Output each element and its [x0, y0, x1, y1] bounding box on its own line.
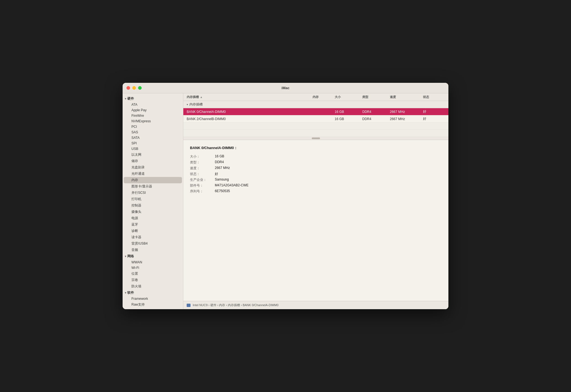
th-size[interactable]: 大小	[335, 95, 362, 99]
minimize-button[interactable]	[132, 86, 136, 90]
cell-size-0: 16 GB	[335, 110, 362, 114]
sidebar-item-audio[interactable]: 音频	[124, 247, 182, 253]
detail-value-manufacturer: Samsung	[215, 178, 442, 182]
content-area: ▾ 硬件 ATA Apple Pay FireWire NVMExpress P…	[123, 93, 448, 309]
computer-icon	[187, 304, 191, 307]
sidebar-item-framework[interactable]: Framework	[124, 296, 182, 301]
detail-label-partnum: 部件号：	[190, 183, 215, 188]
table-row-0[interactable]: BANK 0/ChannelA-DIMM0 16 GB DDR4 2667 MH…	[183, 108, 448, 115]
sidebar-item-applepay[interactable]: Apple Pay	[124, 107, 182, 113]
sidebar-section-software[interactable]: ▾ 软件	[123, 290, 183, 296]
sidebar-item-firewall[interactable]: 防火墙	[124, 283, 182, 290]
detail-label-manufacturer: 生产企业：	[190, 178, 215, 182]
detail-area: BANK 0/ChannelA-DIMM0： 大小： 16 GB 类型： DDR…	[183, 140, 448, 301]
sidebar-item-optical[interactable]: 光盘刻录	[124, 164, 182, 171]
table-row-empty-2	[183, 130, 448, 137]
detail-label-size: 大小：	[190, 154, 215, 159]
sidebar-section-hardware[interactable]: ▾ 硬件	[123, 96, 183, 102]
sidebar-item-thunderbolt[interactable]: 雷雳/USB4	[124, 240, 182, 247]
sidebar-item-volumes[interactable]: 宗卷	[124, 277, 182, 283]
sort-arrow-icon: ▲	[200, 96, 203, 99]
th-slot[interactable]: 内存插槽 ▲	[187, 95, 313, 99]
chevron-down-icon: ▾	[125, 97, 126, 100]
sidebar-item-sata[interactable]: SATA	[124, 135, 182, 141]
statusbar: Intel NUC9 › 硬件 › 内存 › 内存插槽 › BANK 0/Cha…	[183, 301, 448, 309]
detail-value-partnum: M471A2G43AB2-CWE	[215, 183, 442, 188]
group-chevron-icon: ▾	[187, 103, 188, 106]
titlebar: iMac	[123, 83, 448, 93]
sidebar-item-printer[interactable]: 打印机	[124, 196, 182, 202]
sidebar-section-hardware-label: 硬件	[127, 96, 134, 101]
detail-value-serial: 6E750535	[215, 189, 442, 194]
cell-type-1: DDR4	[362, 117, 390, 121]
window-title: iMac	[282, 86, 290, 90]
sidebar-item-raw[interactable]: Raw支持	[124, 301, 182, 308]
close-button[interactable]	[126, 86, 130, 90]
cell-slot-0: BANK 0/ChannelA-DIMM0	[187, 110, 313, 114]
statusbar-breadcrumb: Intel NUC9 › 硬件 › 内存 › 内存插槽 › BANK 0/Cha…	[193, 303, 279, 307]
chevron-down-icon-software: ▾	[125, 291, 126, 294]
maximize-button[interactable]	[138, 86, 142, 90]
table-header: 内存插槽 ▲ 内存 大小 类型 速度	[183, 93, 448, 101]
cell-type-0: DDR4	[362, 110, 390, 114]
chevron-down-icon-network: ▾	[125, 255, 126, 258]
sidebar-item-nvmexpress[interactable]: NVMExpress	[124, 118, 182, 124]
detail-title: BANK 0/ChannelA-DIMM0：	[190, 145, 442, 150]
sidebar-item-wwan[interactable]: WWAN	[124, 259, 182, 265]
detail-grid: 大小： 16 GB 类型： DDR4 速度： 2667 MHz 状态： 好 生产…	[190, 154, 442, 194]
sidebar-item-wifi[interactable]: Wi-Fi	[124, 265, 182, 271]
th-speed[interactable]: 速度	[390, 95, 423, 99]
cell-size-1: 16 GB	[335, 117, 362, 121]
main-window: iMac ▾ 硬件 ATA Apple Pay FireWire NVMExpr…	[123, 83, 448, 309]
sidebar-item-location[interactable]: 位置	[124, 271, 182, 277]
sidebar-item-firewire[interactable]: FireWire	[124, 113, 182, 118]
detail-value-speed: 2667 MHz	[215, 166, 442, 171]
main-panel: 内存插槽 ▲ 内存 大小 类型 速度	[183, 93, 448, 309]
sidebar-section-software-label: 软件	[127, 290, 134, 295]
sidebar-item-pci[interactable]: PCI	[124, 124, 182, 129]
th-memory[interactable]: 内存	[313, 95, 335, 99]
sidebar-item-memory[interactable]: 内存	[124, 177, 182, 183]
th-status[interactable]: 状态	[423, 95, 445, 99]
sidebar-item-camera[interactable]: 摄像头	[124, 209, 182, 215]
detail-label-status: 状态：	[190, 172, 215, 176]
sidebar-item-usb[interactable]: USB	[124, 146, 182, 152]
scrollbar-thumb[interactable]	[312, 137, 320, 139]
sidebar-item-storage[interactable]: 储存	[124, 158, 182, 164]
sidebar-item-power[interactable]: 电源	[124, 215, 182, 221]
group-header-memory-slots[interactable]: ▾ 内存插槽	[183, 101, 448, 108]
sidebar-section-network[interactable]: ▾ 网络	[123, 253, 183, 259]
table-area: 内存插槽 ▲ 内存 大小 类型 速度	[183, 93, 448, 140]
detail-value-type: DDR4	[215, 160, 442, 165]
sidebar-section-network-label: 网络	[127, 254, 134, 259]
detail-value-status: 好	[215, 172, 442, 176]
sidebar-item-parallel-scsi[interactable]: 并行SCSI	[124, 190, 182, 196]
scrollbar-track[interactable]	[183, 137, 448, 140]
detail-label-serial: 序列号：	[190, 189, 215, 194]
sidebar-item-spi[interactable]: SPI	[124, 141, 182, 146]
cell-status-1: 好	[423, 116, 445, 121]
th-type[interactable]: 类型	[362, 95, 390, 99]
sidebar-item-cardreader[interactable]: 读卡器	[124, 234, 182, 240]
detail-label-speed: 速度：	[190, 166, 215, 171]
traffic-lights	[126, 86, 142, 90]
detail-label-type: 类型：	[190, 160, 215, 165]
cell-speed-0: 2667 MHz	[390, 110, 423, 114]
sidebar-item-gpu[interactable]: 图形卡/显示器	[124, 183, 182, 190]
sidebar-item-controller[interactable]: 控制器	[124, 202, 182, 209]
sidebar-item-fiber[interactable]: 光纤通道	[124, 171, 182, 177]
sidebar-item-prefpane[interactable]: 偏好设置面板	[124, 308, 182, 309]
table-row-empty-1	[183, 123, 448, 130]
cell-slot-1: BANK 2/ChannelB-DIMM0	[187, 117, 313, 121]
sidebar: ▾ 硬件 ATA Apple Pay FireWire NVMExpress P…	[123, 93, 183, 309]
sidebar-item-ata[interactable]: ATA	[124, 102, 182, 107]
sidebar-item-bluetooth[interactable]: 蓝牙	[124, 221, 182, 228]
cell-speed-1: 2667 MHz	[390, 117, 423, 121]
table-row-1[interactable]: BANK 2/ChannelB-DIMM0 16 GB DDR4 2667 MH…	[183, 115, 448, 123]
cell-status-0: 好	[423, 109, 445, 114]
group-header-label: 内存插槽	[189, 102, 203, 107]
sidebar-item-diagnostics[interactable]: 诊断	[124, 228, 182, 234]
sidebar-item-ethernet[interactable]: 以太网	[124, 152, 182, 158]
sidebar-item-sas[interactable]: SAS	[124, 129, 182, 135]
detail-value-size: 16 GB	[215, 154, 442, 159]
